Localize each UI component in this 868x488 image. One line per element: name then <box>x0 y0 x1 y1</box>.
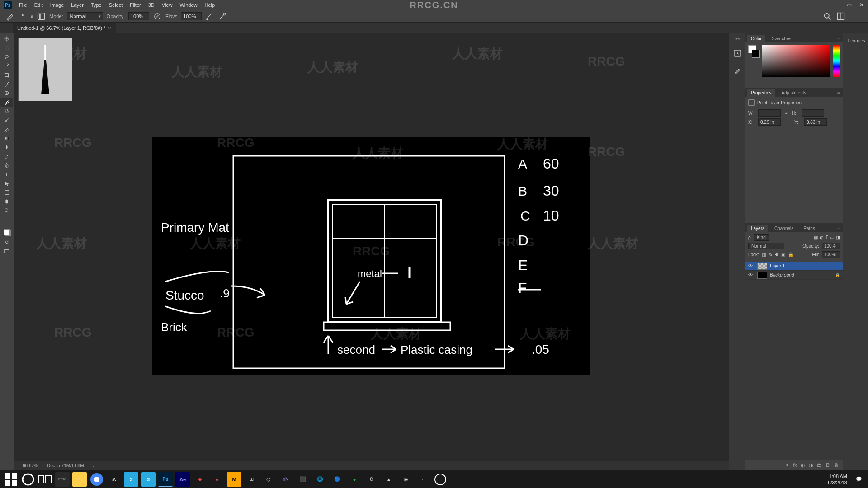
width-input[interactable] <box>758 109 781 117</box>
group-icon[interactable]: 🗀 <box>817 462 822 468</box>
pressure-opacity-icon[interactable] <box>153 12 162 21</box>
taskview-icon[interactable] <box>38 472 52 487</box>
file-explorer-icon[interactable]: 🗀 <box>72 472 87 487</box>
link-layers-icon[interactable]: ⚭ <box>785 462 789 468</box>
menu-3d[interactable]: 3D <box>145 0 158 10</box>
document-tab[interactable]: Untitled-1 @ 66.7% (Layer 1, RGB/8#) * × <box>13 23 116 33</box>
taskbar-app-9[interactable]: ◎ <box>261 472 276 487</box>
pressure-size-icon[interactable] <box>218 12 227 21</box>
color-bg-swatch[interactable] <box>752 50 760 58</box>
taskbar-app-7[interactable]: M <box>227 472 241 487</box>
hue-slider[interactable] <box>833 45 840 77</box>
start-button[interactable] <box>4 472 18 487</box>
filter-shape-icon[interactable]: ▭ <box>830 235 834 240</box>
layer-name[interactable]: Layer 1 <box>770 263 785 268</box>
brush-preset-picker[interactable] <box>18 12 27 21</box>
channels-tab[interactable]: Channels <box>771 225 797 232</box>
document-canvas[interactable]: Primary Mat Stucco .9 Brick metal <box>152 137 590 375</box>
cortana-icon[interactable] <box>21 472 35 487</box>
eraser-tool[interactable] <box>0 125 13 134</box>
paths-tab[interactable]: Paths <box>800 225 819 232</box>
taskbar-app-6[interactable]: ● <box>210 472 224 487</box>
menu-view[interactable]: View <box>158 0 176 10</box>
blur-tool[interactable] <box>0 143 13 152</box>
panel-menu-icon[interactable]: ≡ <box>835 36 843 42</box>
color-field[interactable] <box>762 45 830 77</box>
steam-icon[interactable]: ◉ <box>399 472 413 487</box>
brush-tool[interactable] <box>0 98 13 107</box>
taskbar-app-15[interactable]: ▲ <box>382 472 396 487</box>
notifications-icon[interactable]: 💬 <box>854 472 864 487</box>
color-tab[interactable]: Color <box>747 35 765 42</box>
marquee-tool[interactable] <box>0 43 13 52</box>
filter-type-icon[interactable]: T <box>826 235 828 240</box>
brush-settings-panel-icon[interactable] <box>733 66 742 75</box>
swatches-tab[interactable]: Swatches <box>768 35 795 42</box>
zoom-level[interactable]: 66.67% <box>23 463 38 468</box>
workspace-icon[interactable] <box>836 12 845 21</box>
taskbar-app-1[interactable]: EPIC <box>55 472 70 487</box>
layer-name[interactable]: Background <box>770 272 794 277</box>
history-brush-tool[interactable] <box>0 116 13 125</box>
wand-tool[interactable] <box>0 61 13 70</box>
menu-image[interactable]: Image <box>47 0 68 10</box>
color-swatches[interactable] <box>0 227 14 238</box>
layer-row[interactable]: 👁 Layer 1 <box>745 262 843 271</box>
path-select-tool[interactable] <box>0 179 13 188</box>
taskbar-app-14[interactable]: ⚙ <box>364 472 379 487</box>
taskbar-app-10[interactable]: xN <box>278 472 293 487</box>
pen-tool[interactable] <box>0 161 13 170</box>
filter-adjust-icon[interactable]: ◐ <box>820 235 824 240</box>
edit-toolbar[interactable]: ⋯ <box>0 215 13 224</box>
stamp-tool[interactable] <box>0 107 13 116</box>
fx-icon[interactable]: fx <box>793 462 797 468</box>
taskbar-app-3[interactable]: 3 <box>124 472 138 487</box>
minimize-button[interactable]: ─ <box>830 0 843 10</box>
taskbar-app-2[interactable]: 🛠 <box>107 472 121 487</box>
aftereffects-icon[interactable]: Ae <box>175 472 190 487</box>
x-input[interactable] <box>758 118 781 126</box>
search-icon[interactable] <box>823 12 832 21</box>
adjustment-layer-icon[interactable]: ◑ <box>809 462 813 468</box>
system-clock[interactable]: 1:08 AM 9/3/2018 <box>828 473 851 486</box>
screenmode-tool[interactable] <box>0 247 13 256</box>
taskbar-app-11[interactable]: ⬛ <box>296 472 310 487</box>
spotify-icon[interactable]: ● <box>347 472 362 487</box>
visibility-icon[interactable]: 👁 <box>748 263 755 268</box>
hand-tool[interactable] <box>0 197 13 206</box>
libraries-tab[interactable]: Libraries <box>843 36 868 45</box>
brush-panel-toggle[interactable] <box>37 12 46 21</box>
new-layer-icon[interactable]: 🗋 <box>826 462 830 468</box>
airbrush-icon[interactable] <box>205 12 214 21</box>
status-chevron[interactable]: › <box>93 463 94 468</box>
layer-thumbnail[interactable] <box>757 263 767 270</box>
foreground-swatch[interactable] <box>4 229 10 235</box>
taskbar-app-13[interactable]: 🔵 <box>330 472 344 487</box>
mask-icon[interactable]: ◐ <box>801 462 805 468</box>
menu-window[interactable]: Window <box>176 0 201 10</box>
layer-blend-combo[interactable]: Normal <box>748 243 784 249</box>
gradient-tool[interactable] <box>0 134 13 143</box>
lasso-tool[interactable] <box>0 52 13 61</box>
taskbar-app-12[interactable]: 🌐 <box>313 472 327 487</box>
panel-menu-icon[interactable]: ≡ <box>835 90 843 97</box>
eyedropper-tool[interactable] <box>0 80 13 89</box>
visibility-icon[interactable]: 👁 <box>748 272 755 277</box>
taskbar-app-4[interactable]: 3 <box>141 472 156 487</box>
blend-mode-combo[interactable]: Normal <box>67 12 103 20</box>
layer-row[interactable]: 👁 Background 🔒 <box>745 271 843 280</box>
taskbar-app-16[interactable]: ▫ <box>416 472 430 487</box>
close-tab-icon[interactable]: × <box>108 25 111 31</box>
height-input[interactable] <box>802 109 824 117</box>
close-button[interactable]: ✕ <box>855 0 868 10</box>
menu-help[interactable]: Help <box>201 0 219 10</box>
tool-preset-icon[interactable] <box>5 12 14 21</box>
delete-layer-icon[interactable]: 🗑 <box>834 462 839 468</box>
filter-pixel-icon[interactable]: ▦ <box>814 235 818 240</box>
crop-tool[interactable] <box>0 70 13 80</box>
menu-filter[interactable]: Filter <box>126 0 144 10</box>
filter-smart-icon[interactable]: ◨ <box>836 235 840 240</box>
move-tool[interactable] <box>0 34 13 43</box>
menu-select[interactable]: Select <box>105 0 127 10</box>
fill-input[interactable] <box>822 251 840 258</box>
